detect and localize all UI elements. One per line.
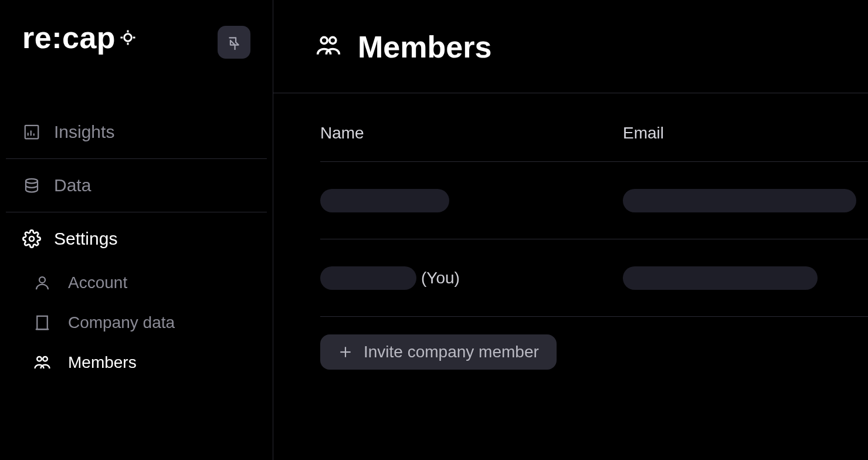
sidebar-nav: Insights Data [6, 111, 267, 383]
svg-point-22 [43, 357, 48, 361]
database-icon [22, 176, 41, 195]
sidebar-item-label: Data [54, 175, 91, 195]
svg-point-23 [321, 37, 327, 43]
sidebar-subitem-company-data[interactable]: Company data [6, 303, 267, 343]
members-table: Name Email (You) [273, 93, 868, 370]
redacted-email [623, 266, 818, 290]
table-row: (You) [320, 239, 868, 317]
redacted-email [623, 189, 856, 212]
sidebar-subitem-label: Members [68, 353, 137, 372]
cell-email [623, 266, 868, 290]
settings-subnav: Account [6, 263, 267, 383]
sidebar-subitem-label: Account [68, 273, 127, 292]
sidebar-item-label: Insights [54, 122, 114, 142]
brand-name: re:cap [22, 22, 116, 53]
svg-point-10 [26, 179, 38, 184]
redacted-name [320, 189, 449, 212]
brand-logo: re:cap [22, 22, 137, 53]
pin-sidebar-button[interactable] [218, 26, 250, 59]
sidebar-subitem-account[interactable]: Account [6, 263, 267, 303]
you-suffix: (You) [421, 269, 460, 288]
sidebar-item-insights[interactable]: Insights [6, 111, 267, 153]
building-icon [33, 313, 52, 332]
divider [6, 212, 267, 212]
page-title: Members [358, 29, 491, 65]
sidebar-header: re:cap [6, 22, 267, 70]
column-header-email: Email [623, 124, 868, 143]
invite-button-label: Invite company member [364, 343, 539, 361]
sidebar: re:cap [0, 0, 273, 460]
redacted-name [320, 266, 416, 290]
column-header-name: Name [320, 124, 623, 143]
invite-member-button[interactable]: Invite company member [320, 334, 557, 370]
svg-point-21 [37, 357, 42, 361]
cell-email [623, 189, 868, 212]
brand-symbol-icon [119, 29, 137, 46]
table-row [320, 162, 868, 239]
svg-point-11 [29, 236, 34, 241]
cell-name: (You) [320, 266, 623, 290]
sidebar-item-settings[interactable]: Settings [6, 218, 267, 259]
page-header: Members [273, 0, 868, 93]
chart-icon [22, 123, 41, 141]
members-icon [316, 33, 341, 61]
svg-point-24 [330, 37, 336, 43]
main-content: Members Name Email (You) [273, 0, 868, 460]
user-icon [33, 273, 52, 292]
table-header-row: Name Email [320, 124, 868, 162]
svg-point-12 [39, 277, 45, 283]
sidebar-item-label: Settings [54, 229, 117, 249]
pin-icon [226, 35, 242, 50]
plus-icon [338, 344, 353, 360]
sidebar-subitem-label: Company data [68, 313, 175, 332]
gear-icon [22, 229, 41, 248]
svg-point-0 [124, 34, 132, 42]
divider [6, 158, 267, 159]
svg-rect-13 [37, 316, 48, 330]
sidebar-subitem-members[interactable]: Members [6, 343, 267, 383]
members-icon [33, 353, 52, 372]
sidebar-item-data[interactable]: Data [6, 165, 267, 206]
cell-name [320, 189, 623, 212]
